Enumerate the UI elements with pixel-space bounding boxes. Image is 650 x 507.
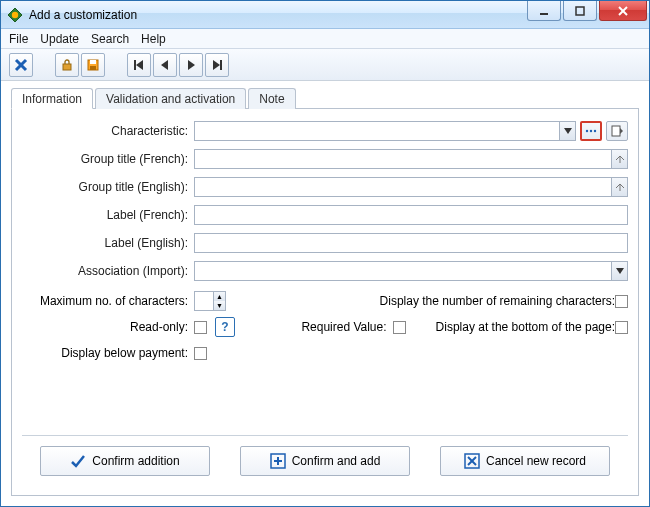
display-below-payment-label: Display below payment: (61, 346, 194, 360)
toolbar-cancel-icon[interactable] (9, 53, 33, 77)
expand-icon[interactable] (611, 178, 627, 196)
svg-rect-3 (576, 7, 584, 15)
group-en-field[interactable] (194, 177, 628, 197)
menu-help[interactable]: Help (141, 32, 166, 46)
expand-icon[interactable] (611, 150, 627, 168)
max-chars-spinner[interactable]: ▲▼ (194, 291, 226, 311)
toolbar (1, 49, 649, 81)
window-title: Add a customization (29, 8, 527, 22)
tab-body-information: Characteristic: Group title (French): (11, 109, 639, 496)
association-label: Association (Import): (22, 264, 194, 278)
check-icon (70, 453, 86, 469)
tab-information[interactable]: Information (11, 88, 93, 109)
svg-marker-23 (620, 128, 623, 134)
characteristic-browse-button[interactable] (580, 121, 602, 141)
characteristic-extra-button[interactable] (606, 121, 628, 141)
svg-point-20 (590, 130, 592, 132)
svg-point-21 (594, 130, 596, 132)
svg-rect-22 (612, 126, 620, 136)
plus-icon (270, 453, 286, 469)
bottom-bar: Confirm addition Confirm and add Cancel … (22, 435, 628, 485)
titlebar: Add a customization (1, 1, 649, 29)
cancel-new-record-label: Cancel new record (486, 454, 586, 468)
svg-marker-14 (161, 60, 168, 70)
toolbar-first-icon[interactable] (127, 53, 151, 77)
toolbar-last-icon[interactable] (205, 53, 229, 77)
svg-rect-11 (90, 66, 96, 70)
confirm-addition-label: Confirm addition (92, 454, 179, 468)
app-icon (7, 7, 23, 23)
svg-marker-30 (616, 268, 624, 274)
svg-line-24 (616, 156, 620, 160)
svg-marker-16 (213, 60, 220, 70)
display-below-payment-checkbox[interactable] (194, 347, 207, 360)
svg-line-25 (620, 156, 624, 160)
svg-point-19 (586, 130, 588, 132)
svg-marker-18 (564, 128, 572, 134)
minimize-button[interactable] (527, 1, 561, 21)
svg-rect-8 (63, 64, 71, 70)
window: Add a customization File Update Search H… (0, 0, 650, 507)
confirm-and-add-label: Confirm and add (292, 454, 381, 468)
max-chars-label: Maximum no. of characters: (40, 294, 194, 308)
spin-down-icon[interactable]: ▼ (214, 301, 225, 310)
toolbar-save-icon[interactable] (81, 53, 105, 77)
group-fr-label: Group title (French): (22, 152, 194, 166)
tab-validation[interactable]: Validation and activation (95, 88, 246, 109)
chevron-down-icon[interactable] (611, 262, 627, 280)
group-en-label: Group title (English): (22, 180, 194, 194)
svg-rect-10 (90, 60, 96, 64)
window-controls (527, 1, 649, 28)
label-fr-label: Label (French): (22, 208, 194, 222)
readonly-label: Read-only: (130, 320, 194, 334)
required-label: Required Value: (301, 320, 386, 334)
svg-rect-12 (134, 60, 136, 70)
menubar: File Update Search Help (1, 29, 649, 49)
required-checkbox[interactable] (393, 321, 406, 334)
spin-up-icon[interactable]: ▲ (214, 292, 225, 301)
cancel-new-record-button[interactable]: Cancel new record (440, 446, 610, 476)
menu-search[interactable]: Search (91, 32, 129, 46)
svg-rect-2 (540, 13, 548, 15)
tab-note[interactable]: Note (248, 88, 295, 109)
label-en-field[interactable] (194, 233, 628, 253)
display-remaining-checkbox[interactable] (615, 295, 628, 308)
content: Information Validation and activation No… (1, 81, 649, 506)
label-en-label: Label (English): (22, 236, 194, 250)
toolbar-lock-icon[interactable] (55, 53, 79, 77)
toolbar-next-icon[interactable] (179, 53, 203, 77)
confirm-and-add-button[interactable]: Confirm and add (240, 446, 410, 476)
display-bottom-checkbox[interactable] (615, 321, 628, 334)
svg-rect-17 (220, 60, 222, 70)
characteristic-label: Characteristic: (22, 124, 194, 138)
svg-line-28 (620, 184, 624, 188)
svg-point-1 (12, 11, 18, 17)
characteristic-combo[interactable] (194, 121, 576, 141)
display-remaining-label: Display the number of remaining characte… (380, 294, 615, 308)
label-fr-field[interactable] (194, 205, 628, 225)
confirm-addition-button[interactable]: Confirm addition (40, 446, 210, 476)
group-fr-field[interactable] (194, 149, 628, 169)
svg-marker-15 (188, 60, 195, 70)
toolbar-prev-icon[interactable] (153, 53, 177, 77)
tab-strip: Information Validation and activation No… (11, 87, 639, 109)
maximize-button[interactable] (563, 1, 597, 21)
chevron-down-icon[interactable] (559, 122, 575, 140)
association-combo[interactable] (194, 261, 628, 281)
readonly-checkbox[interactable] (194, 321, 207, 334)
menu-file[interactable]: File (9, 32, 28, 46)
svg-marker-13 (136, 60, 143, 70)
close-button[interactable] (599, 1, 647, 21)
cancel-icon (464, 453, 480, 469)
display-bottom-label: Display at the bottom of the page: (436, 320, 615, 334)
svg-line-27 (616, 184, 620, 188)
help-button[interactable]: ? (215, 317, 235, 337)
menu-update[interactable]: Update (40, 32, 79, 46)
